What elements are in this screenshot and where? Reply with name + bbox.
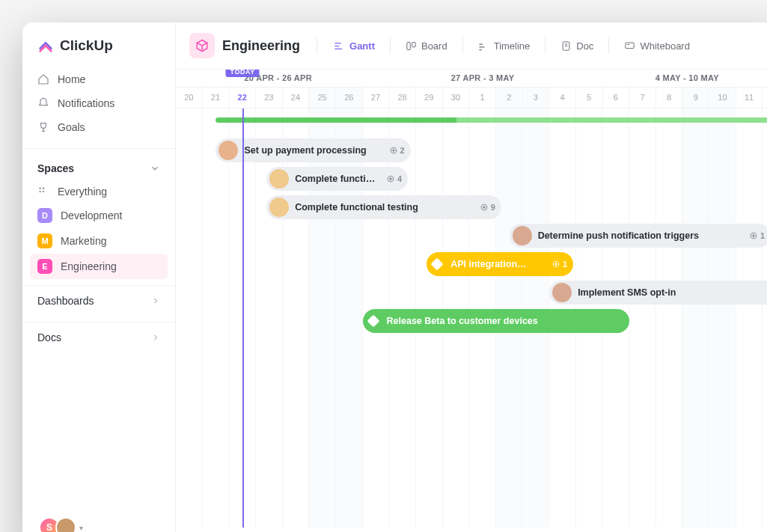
view-label: Gantt [349,40,375,52]
space-item-engineering[interactable]: EEngineering [30,254,168,279]
task-label: Set up payment processing [244,145,382,156]
assignee-avatar [269,169,289,189]
whiteboard-icon [624,40,635,52]
grid-column [736,108,763,528]
space-item-development[interactable]: DDevelopment [22,203,175,228]
topbar: Engineering GanttBoardTimelineDocWhitebo… [176,22,767,70]
day-cell: 22 [229,88,256,108]
grid-column [203,108,230,528]
page-title: Engineering [222,38,300,54]
logo[interactable]: ClickUp [22,37,175,67]
nav-notifications[interactable]: Notifications [22,91,175,115]
assignee-avatar [219,141,238,160]
grid-column [176,108,203,528]
task-bar[interactable]: Complete functional testing9 [266,195,501,219]
grid-icon [37,186,49,198]
grid-column [656,108,683,528]
nav-goals[interactable]: Goals [22,115,175,139]
task-bar[interactable]: Determine push notification triggers1 [510,224,767,248]
task-bar[interactable]: Set up payment processing2 [216,138,410,162]
day-cell: 7 [629,88,656,108]
day-cell: 5 [576,88,603,108]
day-cell: 29 [416,88,443,108]
grid-column [763,108,767,528]
week-label: 20 APR - 26 APR [176,70,380,87]
nav-home[interactable]: Home [22,67,175,91]
space-icon-pill[interactable] [189,33,215,58]
space-item-marketing[interactable]: MMarketing [22,228,175,254]
week-label: 27 APR - 3 MAY [380,70,584,87]
day-cell: 24 [283,88,310,108]
chevron-right-icon [151,333,160,342]
task-bar[interactable]: API integration…1 [427,252,573,276]
day-cell: 9 [682,88,709,108]
day-cell: 4 [549,88,576,108]
day-cell: 10 [709,88,736,108]
svg-point-0 [39,187,41,189]
space-label: Marketing [61,235,106,247]
task-bar[interactable]: Implement SMS opt-in [549,281,767,305]
spaces-header-label: Spaces [37,162,74,174]
svg-rect-5 [412,42,415,46]
subtask-count: 2 [389,146,405,155]
chevron-down-icon: ▾ [79,524,83,532]
svg-point-2 [39,191,41,193]
subtask-count: 9 [480,203,495,212]
svg-point-3 [43,191,45,193]
nav-notifications-label: Notifications [58,97,114,109]
space-label: Development [61,210,123,221]
task-label: Complete functional testing [295,202,474,213]
view-timeline[interactable]: Timeline [471,36,538,56]
timeline-days: 2021222324252627282930123456789101112TOD… [176,88,767,108]
section-docs[interactable]: Docs [22,322,175,352]
day-cell: 12 [763,88,767,108]
board-icon [406,40,417,52]
today-badge: TODAY [226,70,260,77]
chevron-right-icon [151,296,160,305]
assignee-avatar [513,226,532,245]
day-cell: 26 [336,88,363,108]
task-bar[interactable]: Release Beta to customer devices [363,309,630,333]
week-label: 4 MAY - 10 MAY [585,70,767,87]
space-badge: D [37,208,52,223]
space-everything-label: Everything [58,186,107,198]
svg-rect-4 [407,42,410,49]
day-cell: 3 [523,88,550,108]
day-cell: 28 [389,88,416,108]
timeline-icon [478,40,489,52]
spaces-header[interactable]: Spaces [22,148,175,180]
day-cell: 20 [176,88,203,108]
day-cell: 25 [309,88,336,108]
view-label: Doc [576,40,593,52]
svg-point-1 [43,187,45,189]
gantt-chart-body[interactable]: Set up payment processing2Complete funct… [176,108,767,528]
grid-column [629,108,656,528]
day-cell: 1 [469,88,496,108]
svg-rect-7 [626,43,634,49]
divider [545,37,546,54]
cube-icon [195,39,209,52]
day-cell: 2 [496,88,523,108]
task-bar[interactable]: Complete functio…4 [266,167,408,191]
grid-column [709,108,736,528]
brand-name: ClickUp [60,37,113,54]
space-badge: E [37,259,52,274]
view-gantt[interactable]: Gantt [326,36,382,56]
day-cell: 27 [363,88,390,108]
task-label: API integration… [450,259,546,269]
subtask-count: 4 [386,174,402,183]
subtask-count: 1 [551,260,567,269]
day-cell: 11 [736,88,763,108]
view-board[interactable]: Board [398,36,455,56]
svg-point-13 [483,207,485,208]
avatar [55,517,76,532]
space-everything[interactable]: Everything [22,180,175,203]
bell-icon [37,97,49,109]
section-dashboards[interactable]: Dashboards [22,285,175,316]
divider [462,37,463,54]
view-whiteboard[interactable]: Whiteboard [617,36,697,56]
divider [317,37,317,54]
day-cell: 6 [603,88,630,108]
user-avatar-stack[interactable]: S ▾ [39,517,83,532]
view-doc[interactable]: Doc [553,36,601,56]
